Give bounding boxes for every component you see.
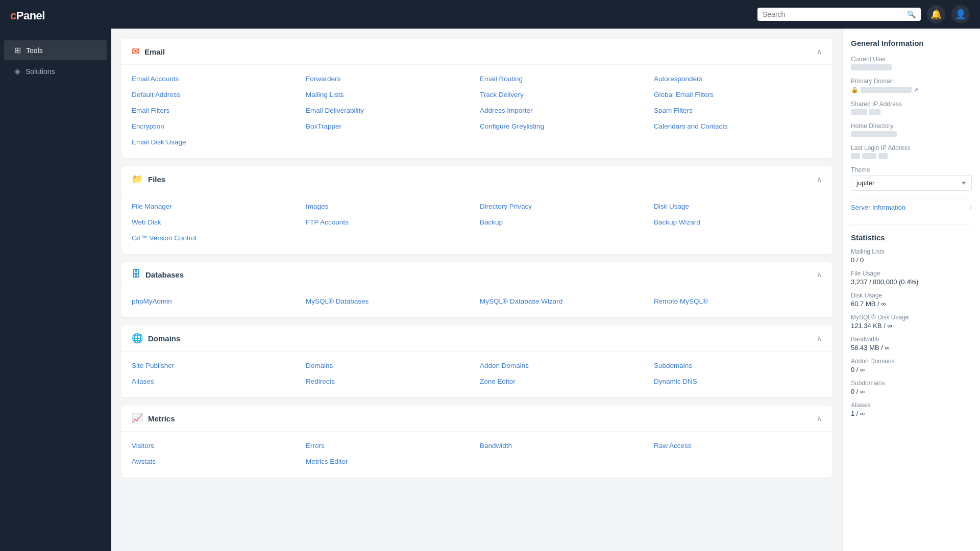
link-default-address[interactable]: Default Address [132,89,300,101]
files-section-header[interactable]: 📁 Files ∧ [121,166,832,192]
link-visitors[interactable]: Visitors [132,440,300,452]
sidebar-item-tools-label: Tools [26,46,43,55]
server-info-row[interactable]: Server Information › [851,198,972,216]
email-section-body: Email Accounts Forwarders Email Routing … [121,65,832,158]
theme-select[interactable]: jupiter paper_lantern [851,175,972,191]
link-configure-greylisting[interactable]: Configure Greylisting [480,120,648,132]
sidebar-nav: ⊞ Tools ◈ Solutions [0,33,111,88]
sidebar-item-solutions[interactable]: ◈ Solutions [4,61,107,81]
ip-block-2 [869,109,880,115]
stat-bandwidth: Bandwidth 58.43 MB / ∞ [851,336,972,352]
logo: cPanel [0,0,111,33]
domains-section-header[interactable]: 🌐 Domains ∧ [121,325,832,352]
email-section-header[interactable]: ✉ Email ∧ [121,39,832,65]
link-directory-privacy[interactable]: Directory Privacy [480,201,648,212]
link-addon-domains[interactable]: Addon Domains [480,360,648,371]
link-global-email-filters[interactable]: Global Email Filters [654,89,822,101]
theme-label: Theme [851,166,972,173]
current-user-blurred [851,64,892,70]
link-email-filters[interactable]: Email Filters [132,105,300,116]
link-mailing-lists[interactable]: Mailing Lists [306,89,474,101]
link-redirects[interactable]: Redirects [306,375,474,387]
search-icon[interactable]: 🔍 [907,10,916,18]
link-site-publisher[interactable]: Site Publisher [132,360,300,371]
link-address-importer[interactable]: Address Importer [480,105,648,116]
sidebar-item-tools[interactable]: ⊞ Tools [4,40,107,60]
databases-section-title: Databases [145,270,184,279]
stat-mysql-disk-label: MySQL® Disk Usage [851,314,972,321]
link-mysql-database-wizard[interactable]: MySQL® Database Wizard [480,295,648,307]
link-subdomains[interactable]: Subdomains [654,360,822,371]
login-ip-block-1 [851,153,860,159]
metrics-section-header[interactable]: 📈 Metrics ∧ [121,406,832,432]
stat-aliases: Aliases 1 / ∞ [851,402,972,417]
notifications-icon[interactable]: 🔔 [927,5,945,23]
link-file-manager[interactable]: File Manager [132,201,300,212]
domains-section: 🌐 Domains ∧ Site Publisher Domains Addon… [121,325,832,397]
link-images[interactable]: Images [306,201,474,212]
link-zone-editor[interactable]: Zone Editor [480,375,648,387]
search-input[interactable] [763,10,904,18]
link-metrics-editor[interactable]: Metrics Editor [306,456,474,467]
link-disk-usage[interactable]: Disk Usage [654,201,822,212]
metrics-chevron-icon: ∧ [817,414,822,422]
domains-section-title: Domains [148,334,180,343]
stat-file-usage-label: File Usage [851,270,972,277]
stat-addon-domains-label: Addon Domains [851,358,972,365]
metrics-section-title-row: 📈 Metrics [132,413,175,424]
databases-section-body: phpMyAdmin MySQL® Databases MySQL® Datab… [121,287,832,317]
solutions-icon: ◈ [14,66,20,76]
stat-mailing-lists: Mailing Lists 0 / 0 [851,248,972,264]
stat-bandwidth-label: Bandwidth [851,336,972,343]
link-git-version-control[interactable]: Git™ Version Control [132,232,300,244]
link-bandwidth[interactable]: Bandwidth [480,440,648,452]
domains-section-body: Site Publisher Domains Addon Domains Sub… [121,352,832,397]
link-track-delivery[interactable]: Track Delivery [480,89,648,101]
email-chevron-icon: ∧ [817,47,822,56]
link-backup-wizard[interactable]: Backup Wizard [654,216,822,228]
link-encryption[interactable]: Encryption [132,120,300,132]
link-aliases[interactable]: Aliases [132,375,300,387]
link-phpmyadmin[interactable]: phpMyAdmin [132,295,300,307]
link-domains[interactable]: Domains [306,360,474,371]
current-user-row: Current User [851,56,972,70]
tools-icon: ⊞ [14,45,21,55]
link-errors[interactable]: Errors [306,440,474,452]
link-email-routing[interactable]: Email Routing [480,73,648,85]
link-forwarders[interactable]: Forwarders [306,73,474,85]
link-backup[interactable]: Backup [480,216,648,228]
last-login-row: Last Login IP Address [851,144,972,159]
link-email-disk-usage[interactable]: Email Disk Usage [132,136,300,148]
user-account-icon[interactable]: 👤 [951,5,970,23]
stat-addon-domains-value: 0 / ∞ [851,366,972,373]
link-ftp-accounts[interactable]: FTP Accounts [306,216,474,228]
main-content: ✉ Email ∧ Email Accounts Forwarders Emai… [111,29,842,551]
stat-disk-usage: Disk Usage 60.7 MB / ∞ [851,292,972,308]
stat-disk-usage-value: 60.7 MB / ∞ [851,300,972,308]
stat-file-usage: File Usage 3,237 / 800,000 (0.4%) [851,270,972,286]
link-spam-filters[interactable]: Spam Filters [654,105,822,116]
email-section: ✉ Email ∧ Email Accounts Forwarders Emai… [121,39,832,158]
link-email-deliverability[interactable]: Email Deliverability [306,105,474,116]
home-dir-value [851,131,972,137]
link-boxtrapper[interactable]: BoxTrapper [306,120,474,132]
stat-addon-domains: Addon Domains 0 / ∞ [851,358,972,373]
email-section-title: Email [144,47,165,56]
link-web-disk[interactable]: Web Disk [132,216,300,228]
right-panel: General Information Current User Primary… [842,29,980,551]
link-calendars-contacts[interactable]: Calendars and Contacts [654,120,822,132]
last-login-value [851,153,972,159]
server-info-label: Server Information [851,204,905,211]
link-autoresponders[interactable]: Autoresponders [654,73,822,85]
link-dynamic-dns[interactable]: Dynamic DNS [654,375,822,387]
login-ip-block-3 [878,153,888,159]
databases-section-header[interactable]: 🗄 Databases ∧ [121,262,832,287]
external-link-icon[interactable]: ↗ [914,87,918,93]
link-awstats[interactable]: Awstats [132,456,300,467]
link-remote-mysql[interactable]: Remote MySQL® [654,295,822,307]
link-mysql-databases[interactable]: MySQL® Databases [306,295,474,307]
link-email-accounts[interactable]: Email Accounts [132,73,300,85]
files-icon: 📁 [132,173,143,185]
link-raw-access[interactable]: Raw Access [654,440,822,452]
metrics-section-body: Visitors Errors Bandwidth Raw Access Aws… [121,432,832,478]
